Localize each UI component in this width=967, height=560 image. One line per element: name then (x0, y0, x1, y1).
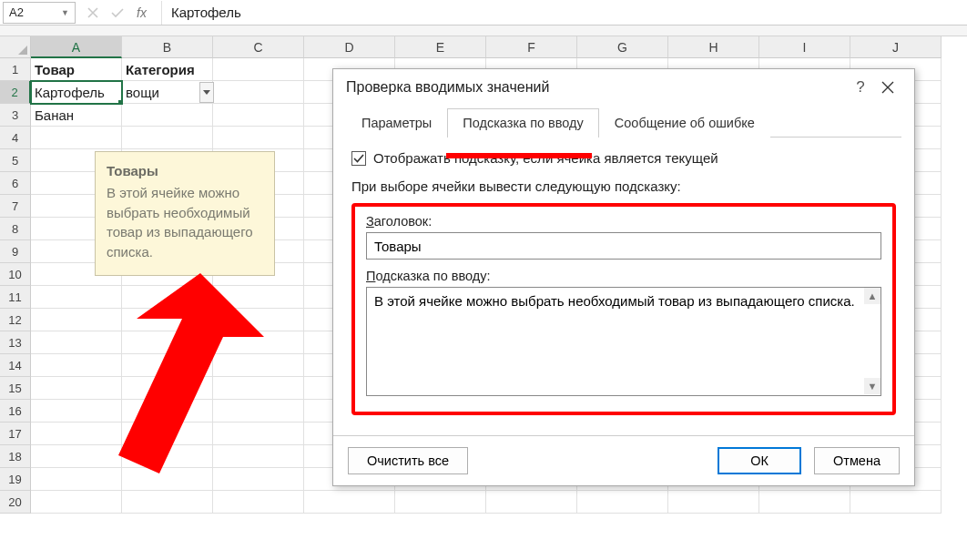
dialog-tabs: Параметры Подсказка по вводу Сообщение о… (346, 107, 901, 137)
close-button[interactable] (874, 81, 901, 94)
cancel-button[interactable]: Отмена (814, 447, 900, 474)
cell[interactable] (31, 491, 122, 514)
tooltip-body: В этой ячейке можно выбрать необходимый … (107, 183, 263, 262)
data-validation-dialog: Проверка вводимых значений ? Параметры П… (332, 68, 915, 486)
column-header[interactable]: D (304, 36, 395, 58)
row-header[interactable]: 2 (0, 81, 31, 104)
cell[interactable]: Картофель (31, 81, 122, 104)
row-header[interactable]: 19 (0, 468, 31, 491)
cell[interactable] (31, 445, 122, 468)
cell[interactable] (31, 377, 122, 400)
dialog-body: Отображать подсказку, если ячейка являет… (333, 137, 914, 421)
row-header[interactable]: 15 (0, 377, 31, 400)
cell[interactable] (213, 58, 304, 81)
annotation-arrow (118, 273, 264, 476)
scroll-down-icon[interactable]: ▼ (864, 378, 880, 394)
column-header[interactable]: J (850, 36, 942, 58)
column-header[interactable]: A (31, 36, 122, 58)
formula-bar-controls: fx (78, 5, 156, 20)
column-header[interactable]: G (577, 36, 668, 58)
show-message-checkbox-row[interactable]: Отображать подсказку, если ячейка являет… (351, 150, 896, 166)
row-header[interactable]: 12 (0, 309, 31, 331)
column-headers: ABCDEFGHIJ (31, 36, 967, 58)
cell[interactable]: Банан (31, 104, 122, 127)
section-label: При выборе ячейки вывести следующую подс… (351, 178, 896, 194)
input-message-tooltip: Товары В этой ячейке можно выбрать необх… (95, 151, 275, 276)
cell[interactable] (122, 491, 213, 514)
cell[interactable] (486, 491, 577, 514)
column-header[interactable]: E (395, 36, 486, 58)
ribbon-spacer (0, 25, 967, 36)
tab-parameters[interactable]: Параметры (346, 108, 447, 137)
checkbox-checked-icon[interactable] (351, 151, 366, 166)
cell[interactable] (122, 127, 213, 149)
chevron-down-icon[interactable]: ▼ (61, 8, 69, 17)
formula-input[interactable]: Картофель (161, 1, 967, 25)
cell[interactable] (31, 468, 122, 491)
row-header[interactable]: 10 (0, 263, 31, 286)
cell[interactable] (213, 491, 304, 514)
row-header[interactable]: 16 (0, 400, 31, 423)
cell[interactable] (759, 491, 850, 514)
cell[interactable] (31, 331, 122, 354)
cell[interactable] (213, 81, 304, 104)
row-header[interactable]: 9 (0, 240, 31, 263)
name-box[interactable]: A2 ▼ (3, 2, 76, 24)
ok-button[interactable]: ОК (718, 447, 801, 474)
tab-error-alert[interactable]: Сообщение об ошибке (599, 108, 770, 137)
row-header[interactable]: 11 (0, 286, 31, 309)
clear-all-button[interactable]: Очистить все (348, 447, 468, 474)
title-input[interactable] (366, 232, 881, 260)
formula-bar: A2 ▼ fx Картофель (0, 0, 967, 25)
message-field-label: Подсказка по вводу: (366, 269, 881, 283)
insert-function-icon[interactable]: fx (137, 5, 147, 20)
annotation-underline (446, 153, 592, 158)
data-validation-dropdown-handle[interactable] (199, 82, 214, 103)
select-all-corner[interactable] (0, 36, 31, 58)
cell[interactable] (668, 491, 759, 514)
cell[interactable] (850, 491, 942, 514)
row-header[interactable]: 6 (0, 172, 31, 195)
enter-icon (111, 7, 124, 18)
cell[interactable] (213, 127, 304, 149)
column-header[interactable]: F (486, 36, 577, 58)
row-header[interactable]: 8 (0, 218, 31, 240)
help-button[interactable]: ? (847, 78, 874, 97)
row-header[interactable]: 18 (0, 445, 31, 468)
row-header[interactable]: 5 (0, 149, 31, 172)
column-header[interactable]: B (122, 36, 213, 58)
cell[interactable]: Категория (122, 58, 213, 81)
tab-input-message[interactable]: Подсказка по вводу (447, 108, 599, 137)
cell[interactable] (31, 286, 122, 309)
message-textarea[interactable] (366, 287, 881, 396)
scroll-up-icon[interactable]: ▲ (864, 288, 880, 304)
column-header[interactable]: H (668, 36, 759, 58)
dialog-titlebar: Проверка вводимых значений ? (333, 69, 914, 104)
row-header[interactable]: 17 (0, 423, 31, 445)
tooltip-title: Товары (107, 161, 263, 181)
cell[interactable]: Товар (31, 58, 122, 81)
row-header[interactable]: 3 (0, 104, 31, 127)
cell[interactable] (31, 127, 122, 149)
cell[interactable] (122, 104, 213, 127)
row-header[interactable]: 4 (0, 127, 31, 149)
row-header[interactable]: 20 (0, 491, 31, 514)
cell[interactable] (304, 491, 395, 514)
cell[interactable] (31, 309, 122, 331)
cell[interactable] (213, 104, 304, 127)
cell[interactable] (31, 400, 122, 423)
svg-marker-0 (118, 273, 264, 473)
cell[interactable] (31, 354, 122, 377)
column-header[interactable]: I (759, 36, 850, 58)
cell[interactable] (395, 491, 486, 514)
column-header[interactable]: C (213, 36, 304, 58)
row-header[interactable]: 7 (0, 195, 31, 218)
cell[interactable] (577, 491, 668, 514)
cancel-icon (87, 7, 98, 18)
row-header[interactable]: 14 (0, 354, 31, 377)
annotation-highlight-frame: Заголовок: Подсказка по вводу: ▲ ▼ (351, 203, 896, 415)
row-header[interactable]: 13 (0, 331, 31, 354)
cell[interactable] (31, 423, 122, 445)
row-header[interactable]: 1 (0, 58, 31, 81)
name-box-value: A2 (9, 5, 24, 19)
